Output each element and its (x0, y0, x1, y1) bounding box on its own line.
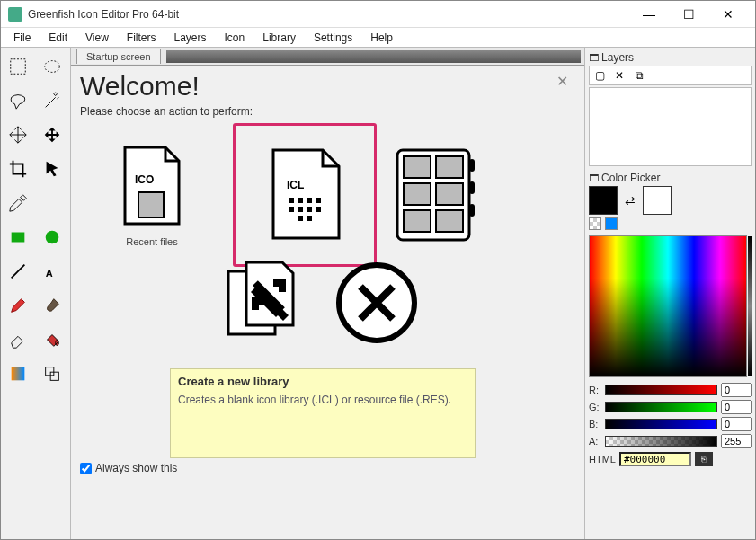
toolbox: A (1, 48, 71, 539)
hint-title: Create a new library (178, 375, 467, 388)
svg-text:ICL: ICL (287, 179, 304, 191)
invert-icon[interactable] (605, 217, 618, 230)
a-slider[interactable] (605, 436, 717, 447)
menu-layers[interactable]: Layers (165, 29, 216, 47)
svg-rect-7 (46, 367, 54, 376)
line-tool[interactable] (3, 256, 33, 287)
svg-rect-18 (307, 207, 312, 212)
svg-rect-16 (289, 207, 294, 212)
menu-settings[interactable]: Settings (305, 29, 361, 47)
tile-recent-files[interactable]: ICO Recent files (80, 123, 224, 267)
ellipse-tool[interactable] (37, 222, 67, 252)
layer-add-button[interactable]: ▢ (591, 68, 608, 83)
layer-delete-button[interactable]: ✕ (611, 68, 627, 83)
icl-file-icon: ICL (260, 146, 350, 244)
menu-help[interactable]: Help (361, 29, 402, 47)
eyedropper-tool[interactable] (3, 188, 33, 218)
welcome-close-icon[interactable]: ✕ (556, 73, 568, 90)
b-slider[interactable] (605, 419, 717, 429)
pointer-tool[interactable] (37, 154, 67, 184)
svg-rect-26 (404, 156, 431, 178)
svg-rect-6 (12, 367, 25, 381)
svg-rect-25 (469, 204, 475, 217)
svg-rect-30 (404, 210, 431, 232)
layer-list[interactable] (589, 87, 752, 166)
menu-filters[interactable]: Filters (118, 29, 165, 47)
g-slider[interactable] (605, 402, 717, 412)
welcome-prompt: Please choose an action to perform: (80, 105, 575, 118)
svg-rect-27 (436, 156, 463, 178)
window-title: Greenfish Icon Editor Pro 64-bit (28, 8, 629, 21)
tile-new-library[interactable]: ICL (233, 123, 377, 267)
tile-close[interactable] (332, 258, 422, 359)
menu-file[interactable]: File (4, 29, 40, 47)
close-circle-icon (332, 258, 422, 348)
text-tool[interactable]: A (37, 256, 67, 287)
svg-rect-0 (11, 59, 26, 75)
g-label: G: (589, 402, 601, 412)
rect-select-tool[interactable] (3, 51, 33, 82)
tab-startup[interactable]: Startup screen (76, 49, 161, 64)
menu-view[interactable]: View (76, 29, 118, 47)
html-label: HTML (589, 454, 616, 465)
transparency-icon[interactable] (589, 217, 601, 230)
background-swatch[interactable] (643, 186, 672, 215)
svg-rect-10 (138, 192, 164, 217)
grid-icon (393, 146, 478, 244)
svg-rect-28 (404, 183, 431, 205)
color-spectrum[interactable] (589, 235, 747, 377)
transform-tool[interactable] (3, 120, 33, 150)
always-show-checkbox[interactable]: Always show this (80, 462, 575, 474)
menu-icon[interactable]: Icon (216, 29, 254, 47)
wand-tool[interactable] (37, 85, 67, 116)
rect-tool[interactable] (3, 222, 33, 252)
html-copy-button[interactable]: ⎘ (695, 452, 713, 466)
svg-line-4 (12, 265, 25, 279)
ico-file-icon: ICO (111, 143, 192, 233)
html-input[interactable] (619, 452, 691, 466)
svg-rect-2 (12, 233, 25, 243)
titlebar: Greenfish Icon Editor Pro 64-bit — ☐ ✕ (1, 1, 755, 28)
svg-point-1 (45, 61, 60, 73)
crop-tool[interactable] (3, 154, 33, 184)
clone-tool[interactable] (37, 359, 67, 389)
svg-rect-23 (469, 159, 475, 172)
always-show-input[interactable] (80, 463, 92, 474)
close-button[interactable]: ✕ (708, 2, 748, 27)
svg-rect-14 (307, 198, 312, 203)
tile-grid[interactable] (386, 123, 485, 267)
fill-tool[interactable] (37, 324, 67, 355)
tile-import[interactable] (215, 258, 314, 359)
foreground-swatch[interactable] (589, 186, 618, 215)
svg-point-3 (46, 231, 59, 244)
r-slider[interactable] (605, 385, 717, 395)
menu-edit[interactable]: Edit (40, 29, 76, 47)
svg-rect-31 (436, 210, 463, 232)
layers-header: 🗖 Layers (589, 49, 752, 66)
a-input[interactable] (721, 434, 752, 448)
tab-filler (166, 50, 581, 63)
svg-rect-8 (50, 372, 58, 380)
always-show-label: Always show this (95, 462, 177, 474)
svg-text:ICO: ICO (135, 173, 154, 186)
layer-dup-button[interactable]: ⧉ (631, 68, 647, 83)
brush-tool[interactable] (37, 290, 67, 321)
r-input[interactable] (721, 383, 752, 397)
welcome-heading: Welcome! (80, 71, 575, 102)
maximize-button[interactable]: ☐ (669, 2, 708, 27)
move-tool[interactable] (37, 120, 67, 150)
swap-colors-icon[interactable]: ⇄ (623, 193, 637, 208)
svg-rect-15 (316, 198, 321, 203)
tabstrip: Startup screen (71, 48, 584, 66)
lasso-tool[interactable] (3, 85, 33, 116)
g-input[interactable] (721, 400, 752, 414)
eraser-tool[interactable] (3, 324, 33, 355)
picker-header: 🗖 Color Picker (589, 170, 752, 186)
pencil-tool[interactable] (3, 290, 33, 321)
menu-library[interactable]: Library (253, 29, 305, 47)
gradient-tool[interactable] (3, 359, 33, 389)
minimize-button[interactable]: — (629, 2, 669, 27)
b-input[interactable] (721, 417, 752, 431)
ellipse-select-tool[interactable] (37, 51, 67, 82)
svg-rect-19 (316, 207, 321, 212)
